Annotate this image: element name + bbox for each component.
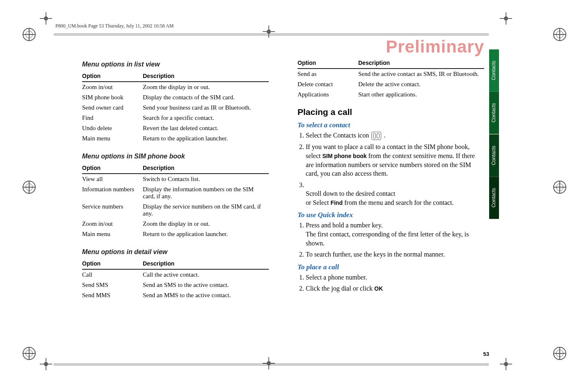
registration-mark-icon bbox=[553, 28, 566, 41]
placing-call-heading: Placing a call bbox=[298, 107, 484, 117]
side-tab: Contacts bbox=[489, 92, 499, 134]
select-contact-subhead: To select a contact bbox=[298, 121, 484, 129]
quick-index-steps: Press and hold a number key. The first c… bbox=[298, 221, 484, 259]
table-row: Send SMSSend an SMS to the active contac… bbox=[82, 280, 269, 290]
detail-view-cont-table: Option Description Send asSend the activ… bbox=[298, 58, 484, 100]
col-option: Option bbox=[298, 58, 358, 69]
table-row: Information numbersDisplay the informati… bbox=[82, 184, 269, 202]
col-description: Description bbox=[358, 58, 484, 69]
list-item: To search further, use the keys in the n… bbox=[306, 250, 484, 259]
list-item: If you want to place a call to a contact… bbox=[306, 142, 484, 178]
place-call-subhead: To place a call bbox=[298, 263, 484, 271]
registration-mark-icon bbox=[23, 28, 36, 41]
sim-book-heading: Menu options in SIM phone book bbox=[82, 153, 269, 160]
place-call-steps: Select a phone number. Click the jog dia… bbox=[298, 273, 484, 293]
table-row: Zoom in/outZoom the display in or out. bbox=[82, 82, 269, 92]
col-option: Option bbox=[82, 71, 143, 82]
list-item: Press and hold a number key. The first c… bbox=[306, 221, 484, 248]
crosshair-icon bbox=[263, 357, 275, 369]
list-item: Select a phone number. bbox=[306, 273, 484, 282]
side-tab: Contacts bbox=[489, 49, 499, 92]
watermark: Preliminary bbox=[386, 37, 484, 57]
table-row: Main menuReturn to the application launc… bbox=[82, 229, 269, 239]
table-row: Send owner cardSend your business card a… bbox=[82, 103, 269, 113]
table-row: CallCall the active contact. bbox=[82, 269, 269, 280]
quick-index-subhead: To use Quick index bbox=[298, 211, 484, 219]
side-tab: Contacts bbox=[489, 134, 499, 177]
registration-mark-icon bbox=[553, 347, 566, 360]
table-row: View allSwitch to Contacts list. bbox=[82, 174, 269, 184]
col-option: Option bbox=[82, 163, 143, 174]
table-row: ApplicationsStart other applications. bbox=[298, 89, 484, 100]
page-number: 53 bbox=[483, 351, 489, 357]
page-header-info: P800_UM.book Page 53 Thursday, July 11, … bbox=[55, 23, 174, 29]
list-view-heading: Menu options in list view bbox=[82, 61, 269, 68]
registration-mark-icon bbox=[23, 347, 36, 360]
col-option: Option bbox=[82, 259, 143, 269]
crosshair-icon bbox=[263, 25, 275, 38]
col-description: Description bbox=[143, 259, 269, 269]
table-row: Service numbersDisplay the service numbe… bbox=[82, 202, 269, 219]
list-item: Scroll down to the desired contact or Se… bbox=[306, 181, 484, 207]
contacts-icon bbox=[371, 132, 381, 140]
table-row: Send asSend the active contact as SMS, I… bbox=[298, 69, 484, 79]
table-row: FindSearch for a specific contact. bbox=[82, 113, 269, 123]
crosshair-icon bbox=[40, 12, 52, 25]
table-row: Send MMSSend an MMS to the active contac… bbox=[82, 290, 269, 300]
crosshair-icon bbox=[500, 12, 512, 25]
registration-mark-icon bbox=[23, 181, 36, 194]
left-column: Menu options in list view Option Descrip… bbox=[82, 58, 269, 300]
table-row: Delete contactDelete the active contact. bbox=[298, 79, 484, 89]
right-column: Option Description Send asSend the activ… bbox=[298, 58, 484, 300]
side-tab: Contacts bbox=[489, 177, 499, 219]
table-row: Main menuReturn to the application launc… bbox=[82, 133, 269, 144]
table-row: Zoom in/outZoom the display in or out. bbox=[82, 219, 269, 229]
list-item: Select the Contacts icon . bbox=[306, 131, 484, 140]
list-view-table: Option Description Zoom in/outZoom the d… bbox=[82, 71, 269, 144]
select-contact-steps: Select the Contacts icon . If you want t… bbox=[298, 131, 484, 207]
detail-view-heading: Menu options in detail view bbox=[82, 248, 269, 256]
crosshair-icon bbox=[500, 358, 512, 370]
table-row: Undo deleteRevert the last deleted conta… bbox=[82, 123, 269, 133]
registration-mark-icon bbox=[553, 181, 566, 194]
table-row: SIM phone bookDisplay the contacts of th… bbox=[82, 92, 269, 103]
sim-book-table: Option Description View allSwitch to Con… bbox=[82, 163, 269, 239]
side-tabs: Contacts Contacts Contacts Contacts bbox=[489, 49, 499, 219]
detail-view-table: Option Description CallCall the active c… bbox=[82, 259, 269, 300]
col-description: Description bbox=[143, 71, 269, 82]
col-description: Description bbox=[143, 163, 269, 174]
list-item: Click the jog dial or click OK bbox=[306, 284, 484, 293]
crosshair-icon bbox=[40, 358, 52, 370]
